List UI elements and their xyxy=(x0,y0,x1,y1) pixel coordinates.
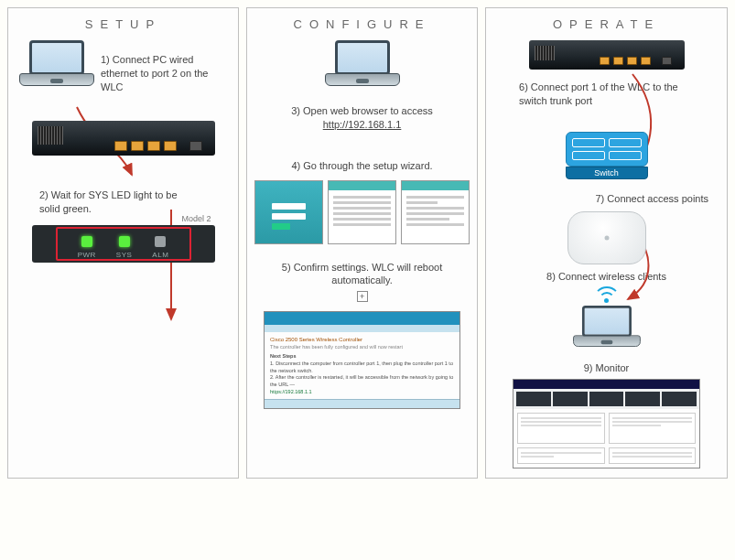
access-point-icon xyxy=(567,211,646,264)
led-panel-icon: Model 2 PWR SYS ALM xyxy=(32,225,215,263)
confirm-header: Cisco 2500 Series Wireless Controller xyxy=(270,336,454,343)
wlc-device-icon xyxy=(529,40,685,70)
step-6-text: 6) Connect port 1 of the WLC to the swit… xyxy=(492,75,721,108)
wizard-thumb-step3 xyxy=(401,180,470,244)
panel-configure: CONFIGURE 3) Open web browser to access … xyxy=(246,7,478,479)
step-4-text: 4) Go through the setup wizard. xyxy=(253,159,471,173)
laptop-icon xyxy=(253,40,471,99)
wifi-icon xyxy=(589,286,625,305)
step-3-url: http://192.168.1.1 xyxy=(323,119,402,130)
monitor-dashboard-icon xyxy=(513,379,700,468)
confirm-body2: 2. After the controller is restarted, it… xyxy=(270,374,454,388)
wizard-thumb-step2 xyxy=(328,180,396,244)
laptop-icon xyxy=(492,303,721,361)
step-7-text: 7) Connect access points xyxy=(492,192,721,206)
setup-row1: 1) Connect PC wired ethernet to port 2 o… xyxy=(14,40,232,99)
wizard-thumb-login xyxy=(254,180,323,244)
step-5-text: 5) Confirm settings. WLC will reboot aut… xyxy=(253,261,471,288)
switch-icon: Switch xyxy=(566,132,648,179)
led-pwr: PWR xyxy=(78,236,96,259)
step-1-text: 1) Connect PC wired ethernet to port 2 o… xyxy=(101,40,229,94)
led-sys: SYS xyxy=(116,236,133,259)
setup-row2: 2) Wait for SYS LED light to be solid gr… xyxy=(14,161,232,216)
confirm-heading: Next Steps xyxy=(270,353,454,361)
panel-setup: SETUP 1) Connect PC wired ethernet to po… xyxy=(7,7,239,479)
step-9-text: 9) Monitor xyxy=(492,361,721,375)
model-label: Model 2 xyxy=(181,214,211,223)
panel-operate: OPERATE 6) Connect port 1 of the WLC to … xyxy=(485,7,728,479)
confirm-body1: 1. Disconnect the computer from controll… xyxy=(270,361,454,374)
led-alm: ALM xyxy=(152,236,168,259)
step-8-text: 8) Connect wireless clients xyxy=(492,270,721,284)
confirm-link: https://192.168.1.1 xyxy=(270,389,454,396)
wizard-thumbnails xyxy=(253,180,471,244)
diagram-container: SETUP 1) Connect PC wired ethernet to po… xyxy=(7,7,728,479)
confirm-note: The controller has been fully configured… xyxy=(270,344,454,351)
switch-label: Switch xyxy=(566,167,648,179)
laptop-icon xyxy=(17,40,95,99)
panel-title-configure: CONFIGURE xyxy=(253,17,471,31)
step-2-text: 2) Wait for SYS LED light to be solid gr… xyxy=(39,188,187,216)
panel-title-operate: OPERATE xyxy=(492,17,721,31)
panel-title-setup: SETUP xyxy=(14,17,232,31)
confirm-screenshot: Cisco 2500 Series Wireless Controller Th… xyxy=(264,311,460,409)
wlc-device-icon xyxy=(32,121,215,156)
step-3-text: 3) Open web browser to access http://192… xyxy=(253,104,471,132)
expand-icon: + xyxy=(357,291,368,302)
